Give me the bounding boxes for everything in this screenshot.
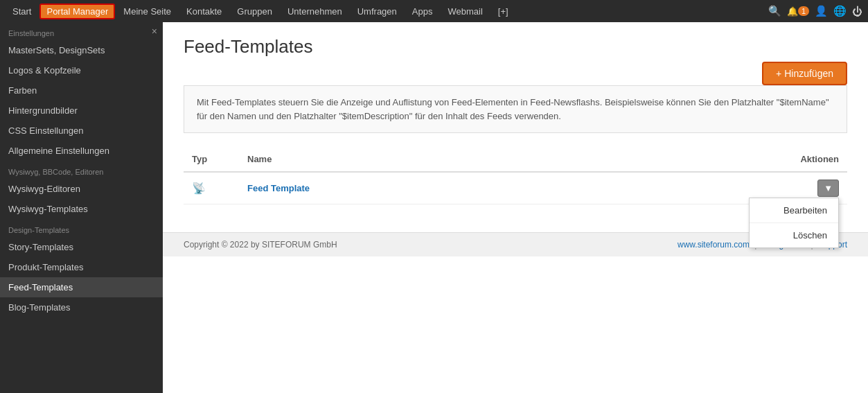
table-body: 📡 Feed Template ▼ Bearbeiten Löschen bbox=[184, 172, 847, 204]
user-icon[interactable]: 👤 bbox=[815, 5, 828, 17]
sidebar-item-feed-templates[interactable]: Feed-Templates bbox=[0, 277, 163, 297]
table-row: 📡 Feed Template ▼ Bearbeiten Löschen bbox=[184, 172, 847, 204]
feed-type-icon: 📡 bbox=[192, 182, 206, 194]
page-title: Feed-Templates bbox=[184, 36, 847, 58]
power-icon[interactable]: ⏻ bbox=[852, 6, 862, 17]
main-layout: × Einstellungen MasterSets, DesignSets L… bbox=[0, 22, 868, 393]
sidebar-item-wysiwyg-templates[interactable]: Wysiwyg-Templates bbox=[0, 199, 163, 219]
sidebar-item-logos[interactable]: Logos & Kopfzeile bbox=[0, 60, 163, 80]
table-header: Typ Name Aktionen bbox=[184, 147, 847, 172]
content-inner: Feed-Templates + Hinzufügen Mit Feed-Tem… bbox=[163, 22, 868, 232]
footer-link-siteforum[interactable]: www.siteforum.com bbox=[677, 240, 750, 250]
sidebar-section-design: Design-Templates bbox=[0, 219, 163, 237]
nav-gruppen[interactable]: Gruppen bbox=[230, 3, 279, 19]
table-header-row: Typ Name Aktionen bbox=[184, 147, 847, 172]
dropdown-item-bearbeiten[interactable]: Bearbeiten bbox=[750, 198, 838, 223]
feed-template-link[interactable]: Feed Template bbox=[247, 183, 310, 193]
info-box: Mit Feed-Templates steuern Sie die Anzei… bbox=[184, 85, 847, 133]
col-aktionen: Aktionen bbox=[597, 147, 847, 172]
sidebar-item-allgemeine[interactable]: Allgemeine Einstellungen bbox=[0, 141, 163, 161]
add-button[interactable]: + Hinzufügen bbox=[762, 62, 847, 85]
notification-badge: 1 bbox=[798, 6, 809, 16]
main-content-area: Feed-Templates + Hinzufügen Mit Feed-Tem… bbox=[163, 22, 868, 393]
nav-umfragen[interactable]: Umfragen bbox=[351, 3, 404, 19]
dropdown-item-loeschen[interactable]: Löschen bbox=[750, 223, 838, 247]
name-cell: Feed Template bbox=[239, 172, 597, 204]
nav-unternehmen[interactable]: Unternehmen bbox=[281, 3, 349, 19]
nav-items-left: Start Portal Manager Meine Seite Kontakt… bbox=[6, 3, 515, 19]
sidebar-item-mastersets[interactable]: MasterSets, DesignSets bbox=[0, 40, 163, 60]
sidebar-item-blog-templates[interactable]: Blog-Templates bbox=[0, 297, 163, 317]
sidebar-item-wysiwyg-editoren[interactable]: Wysiwyg-Editoren bbox=[0, 179, 163, 199]
actions-dropdown-button[interactable]: ▼ bbox=[817, 180, 839, 197]
nav-icons-right: 🔍 🔔1 👤 🌐 ⏻ bbox=[768, 5, 862, 17]
globe-icon[interactable]: 🌐 bbox=[833, 5, 847, 17]
col-typ: Typ bbox=[184, 147, 239, 172]
nav-webmail[interactable]: Webmail bbox=[441, 3, 489, 19]
actions-dropdown-menu: Bearbeiten Löschen bbox=[749, 198, 839, 248]
sidebar: × Einstellungen MasterSets, DesignSets L… bbox=[0, 22, 163, 393]
nav-meine-seite[interactable]: Meine Seite bbox=[116, 3, 178, 19]
nav-start[interactable]: Start bbox=[6, 3, 38, 19]
sidebar-section-wysiwyg: Wysiwyg, BBCode, Editoren bbox=[0, 161, 163, 179]
actions-cell: ▼ Bearbeiten Löschen bbox=[597, 172, 847, 204]
sidebar-item-farben[interactable]: Farben bbox=[0, 80, 163, 101]
sidebar-item-css[interactable]: CSS Einstellungen bbox=[0, 121, 163, 141]
sidebar-item-hintergrundbilder[interactable]: Hintergrundbilder bbox=[0, 101, 163, 121]
sidebar-item-produkt-templates[interactable]: Produkt-Templates bbox=[0, 257, 163, 277]
sidebar-section-einstellungen: Einstellungen bbox=[0, 22, 163, 40]
nav-portal-manager[interactable]: Portal Manager bbox=[39, 3, 115, 19]
feed-templates-table: Typ Name Aktionen 📡 Feed Template bbox=[184, 147, 847, 204]
notification-area[interactable]: 🔔1 bbox=[787, 6, 809, 17]
nav-kontakte[interactable]: Kontakte bbox=[179, 3, 229, 19]
type-cell: 📡 bbox=[184, 172, 239, 204]
col-name: Name bbox=[239, 147, 597, 172]
info-text: Mit Feed-Templates steuern Sie die Anzei… bbox=[197, 96, 834, 123]
nav-apps[interactable]: Apps bbox=[405, 3, 440, 19]
sidebar-item-story-templates[interactable]: Story-Templates bbox=[0, 237, 163, 257]
nav-plus[interactable]: [+] bbox=[491, 3, 515, 19]
title-row: Feed-Templates + Hinzufügen bbox=[184, 36, 847, 85]
sidebar-close-button[interactable]: × bbox=[152, 26, 157, 37]
search-icon[interactable]: 🔍 bbox=[768, 5, 781, 17]
top-navigation: Start Portal Manager Meine Seite Kontakt… bbox=[0, 0, 868, 22]
footer-copyright: Copyright © 2022 by SITEFORUM GmbH bbox=[184, 240, 337, 250]
